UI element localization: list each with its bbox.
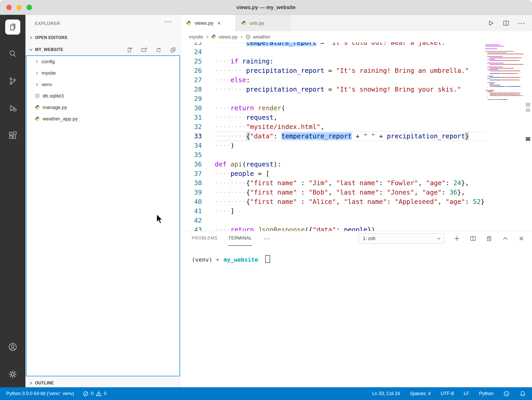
new-terminal-icon[interactable] [454, 235, 460, 242]
line-number-28[interactable]: 28 [181, 85, 215, 94]
close-window-button[interactable] [6, 5, 12, 10]
tab-label: urls.py [250, 20, 264, 26]
new-folder-icon[interactable] [141, 47, 147, 53]
code-line-30[interactable]: ····return render( [215, 104, 486, 113]
line-number-37[interactable]: 37 [181, 169, 215, 178]
line-number-43[interactable]: 43 [181, 225, 215, 231]
close-panel-icon[interactable] [518, 235, 525, 242]
close-icon[interactable] [217, 21, 221, 25]
ruler-mark [526, 137, 530, 141]
new-file-icon[interactable] [126, 47, 132, 53]
code-line-31[interactable]: ········request, [215, 113, 486, 122]
maximize-panel-icon[interactable] [502, 235, 509, 242]
zoom-window-button[interactable] [26, 5, 32, 10]
code-line-23[interactable]: ········temperature_report = "It's cold … [215, 42, 486, 47]
section-label: MY_WEBSITE [35, 47, 63, 52]
line-number-36[interactable]: 36 [181, 160, 215, 169]
code-line-24[interactable] [215, 47, 486, 57]
status-python-interpreter[interactable]: Python 3.9.0 64-bit ('venv': venv) [6, 391, 74, 396]
code-line-41[interactable]: ····] [215, 207, 486, 216]
sidebar-more-actions[interactable]: ⋯ [164, 17, 171, 26]
code-line-36[interactable]: def api(request): [215, 160, 486, 169]
run-file-icon[interactable] [487, 20, 495, 27]
breadcrumb-weather[interactable]: weather [245, 34, 270, 40]
line-number-27[interactable]: 27 [181, 75, 215, 85]
line-number-32[interactable]: 32 [181, 122, 215, 132]
tree-item-mysite[interactable]: mysite [26, 67, 179, 79]
feedback-smiley-icon[interactable] [503, 391, 510, 397]
panel-tab-terminal[interactable]: TERMINAL [228, 231, 252, 246]
code-line-39[interactable]: ········{"first name" : "Bob", "last nam… [215, 188, 486, 197]
line-number-42[interactable]: 42 [181, 216, 215, 225]
line-number-24[interactable]: 24 [181, 47, 215, 57]
activity-account[interactable] [0, 342, 25, 352]
code-line-43[interactable]: ····return JsonResponse({"data": people}… [215, 225, 486, 231]
line-number-31[interactable]: 31 [181, 113, 215, 122]
line-number-25[interactable]: 25 [181, 57, 215, 66]
section-open-editors[interactable]: OPEN EDITORS [25, 32, 180, 43]
tree-item-manage.py[interactable]: manage.py [26, 102, 179, 113]
refresh-icon[interactable] [155, 47, 162, 53]
code-line-33[interactable]: ········{"data": temperature_report + " … [215, 132, 486, 141]
tree-item-venv[interactable]: venv [26, 79, 179, 90]
breadcrumb-mysite[interactable]: mysite [189, 34, 203, 40]
collapse-all-icon[interactable] [170, 47, 176, 53]
code-line-40[interactable]: ········{"first name" : "Alice", "last n… [215, 197, 486, 207]
line-number-34[interactable]: 34 [181, 141, 215, 150]
minimize-window-button[interactable] [16, 5, 22, 10]
status-indentation[interactable]: Spaces: 4 [410, 391, 431, 396]
code-editor[interactable]: 2324252627282930313233343536373839404142… [181, 42, 532, 231]
notifications-bell-icon[interactable] [520, 391, 526, 397]
tree-item-db.sqlite3[interactable]: db.sqlite3 [26, 90, 179, 102]
line-number-26[interactable]: 26 [181, 66, 215, 75]
status-cursor-position[interactable]: Ln 33, Col 24 [372, 391, 400, 396]
code-line-26[interactable]: ········precipitation_report = "It's rai… [215, 66, 486, 75]
code-line-34[interactable]: ····) [215, 141, 486, 150]
shell-selector[interactable]: 1: zsh [358, 233, 444, 244]
panel-more-icon[interactable]: ⋯ [263, 235, 270, 242]
more-actions-icon[interactable]: ⋯ [517, 19, 525, 27]
code-line-35[interactable] [215, 150, 486, 160]
line-number-40[interactable]: 40 [181, 197, 215, 207]
terminal-content[interactable]: (venv)➜my_website [181, 246, 532, 263]
tree-item-config[interactable]: config [26, 56, 179, 67]
split-editor-icon[interactable] [502, 20, 510, 27]
line-number-23[interactable]: 23 [181, 42, 215, 47]
status-language-mode[interactable]: Python [479, 391, 494, 396]
code-line-29[interactable] [215, 94, 486, 104]
activity-source-control[interactable] [0, 76, 25, 86]
split-terminal-icon[interactable] [470, 235, 476, 242]
status-problems[interactable]: 0 0 [83, 391, 107, 397]
activity-settings[interactable] [0, 369, 25, 379]
tree-item-weather_app.py[interactable]: weather_app.py [26, 113, 179, 125]
activity-explorer[interactable] [5, 20, 20, 35]
activity-search[interactable] [0, 49, 25, 59]
kill-terminal-icon[interactable] [486, 235, 493, 242]
code-line-38[interactable]: ········{"first name" : "Jim", "last nam… [215, 178, 486, 188]
code-line-27[interactable]: ····else: [215, 75, 486, 85]
code-line-28[interactable]: ········precipitation_report = "It's sno… [215, 85, 486, 94]
code-line-42[interactable] [215, 216, 486, 225]
status-encoding[interactable]: UTF-8 [441, 391, 454, 396]
minimap[interactable] [485, 44, 524, 100]
line-number-35[interactable]: 35 [181, 150, 215, 160]
status-left: Python 3.9.0 64-bit ('venv': venv) 0 0 [6, 391, 107, 397]
tab-urls.py[interactable]: urls.py [236, 15, 291, 31]
line-number-38[interactable]: 38 [181, 178, 215, 188]
breadcrumb-views.py[interactable]: views.py [211, 34, 237, 40]
line-number-39[interactable]: 39 [181, 188, 215, 197]
activity-extensions[interactable] [0, 131, 25, 140]
editor-gutter: 2324252627282930313233343536373839404142… [181, 42, 215, 231]
tab-views.py[interactable]: views.py [181, 15, 236, 31]
activity-run-debug[interactable] [0, 104, 25, 113]
status-eol[interactable]: LF [464, 391, 469, 396]
code-line-25[interactable]: ····if raining: [215, 57, 486, 66]
line-number-30[interactable]: 30 [181, 104, 215, 113]
panel-tab-problems[interactable]: PROBLEMS [192, 231, 217, 246]
line-number-29[interactable]: 29 [181, 94, 215, 104]
code-line-37[interactable]: ····people = [ [215, 169, 486, 178]
code-line-32[interactable]: ········"mysite/index.html", [215, 122, 486, 132]
line-number-33[interactable]: 33 [181, 132, 215, 141]
tab-bar: views.py urls.py ⋯ [181, 15, 532, 31]
line-number-41[interactable]: 41 [181, 207, 215, 216]
